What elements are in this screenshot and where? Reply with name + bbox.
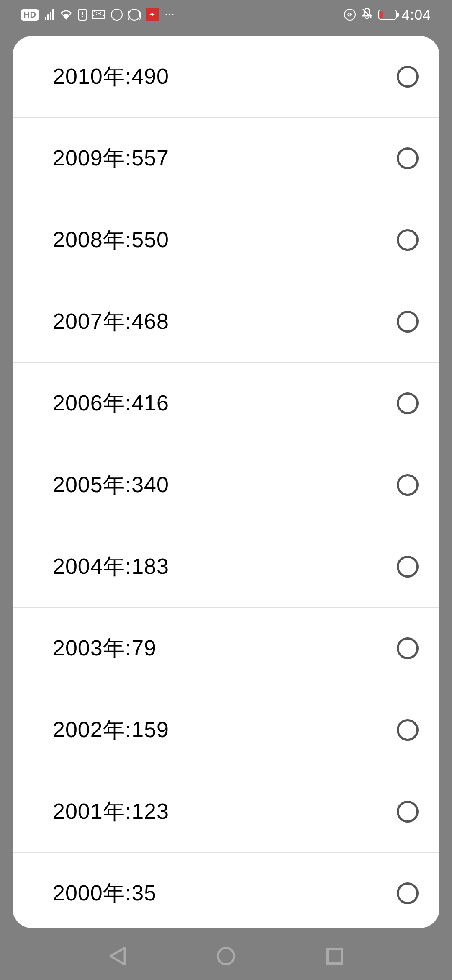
option-label: 2001年:123: [53, 797, 169, 826]
option-label: 2000年:35: [53, 879, 157, 908]
option-label: 2003年:79: [53, 634, 157, 663]
option-label: 2004年:183: [53, 552, 169, 581]
wifi-icon: [60, 8, 72, 21]
navigation-bar: [0, 932, 452, 980]
nav-home-button[interactable]: [216, 946, 236, 967]
battery-icon: [378, 10, 397, 20]
radio-unchecked-icon: [397, 719, 419, 741]
option-label: 2008年:550: [53, 225, 169, 255]
option-2006[interactable]: 2006年:416: [13, 363, 439, 444]
mute-icon: [361, 7, 373, 23]
option-label: 2007年:468: [53, 307, 169, 336]
option-2003[interactable]: 2003年:79: [13, 608, 439, 689]
radio-unchecked-icon: [397, 66, 419, 88]
option-2009[interactable]: 2009年:557: [13, 118, 439, 199]
radio-unchecked-icon: [397, 147, 419, 169]
option-label: 2005年:340: [53, 470, 169, 500]
option-label: 2002年:159: [53, 715, 169, 745]
option-label: 2009年:557: [53, 144, 169, 173]
nav-back-button[interactable]: [107, 946, 128, 967]
radio-unchecked-icon: [397, 392, 419, 414]
selection-dialog: 2010年:490 2009年:557 2008年:550 2007年:468 …: [13, 36, 439, 928]
mail-icon: [92, 10, 105, 19]
option-label: 2006年:416: [53, 389, 169, 418]
status-bar: HD ✦ ⋯ ⟳ 4:04: [0, 0, 452, 29]
cell-signal-icon: [45, 9, 54, 20]
data-saver-icon: ⟳: [344, 9, 356, 21]
radio-unchecked-icon: [397, 311, 419, 333]
option-2008[interactable]: 2008年:550: [13, 199, 439, 281]
status-left: HD ✦ ⋯: [21, 8, 175, 21]
option-2005[interactable]: 2005年:340: [13, 444, 439, 526]
hd-badge-icon: HD: [21, 9, 39, 21]
option-2004[interactable]: 2004年:183: [13, 526, 439, 608]
radio-unchecked-icon: [397, 801, 419, 823]
sim-alert-icon: [78, 9, 87, 21]
option-label: 2010年:490: [53, 62, 169, 91]
option-2002[interactable]: 2002年:159: [13, 689, 439, 771]
option-2001[interactable]: 2001年:123: [13, 771, 439, 853]
radio-unchecked-icon: [397, 229, 419, 251]
status-clock: 4:04: [402, 7, 431, 23]
chat-icon: [111, 9, 123, 21]
option-2007[interactable]: 2007年:468: [13, 281, 439, 363]
option-2010[interactable]: 2010年:490: [13, 36, 439, 118]
radio-unchecked-icon: [397, 637, 419, 659]
radio-unchecked-icon: [397, 474, 419, 496]
radio-unchecked-icon: [397, 556, 419, 578]
baseball-icon: [128, 9, 140, 21]
radio-unchecked-icon: [397, 882, 419, 904]
option-2000[interactable]: 2000年:35: [13, 853, 439, 928]
status-right: ⟳ 4:04: [344, 7, 431, 23]
nav-recent-button[interactable]: [324, 946, 345, 967]
more-notifications-icon: ⋯: [164, 9, 175, 21]
app-badge-icon: ✦: [146, 8, 159, 21]
